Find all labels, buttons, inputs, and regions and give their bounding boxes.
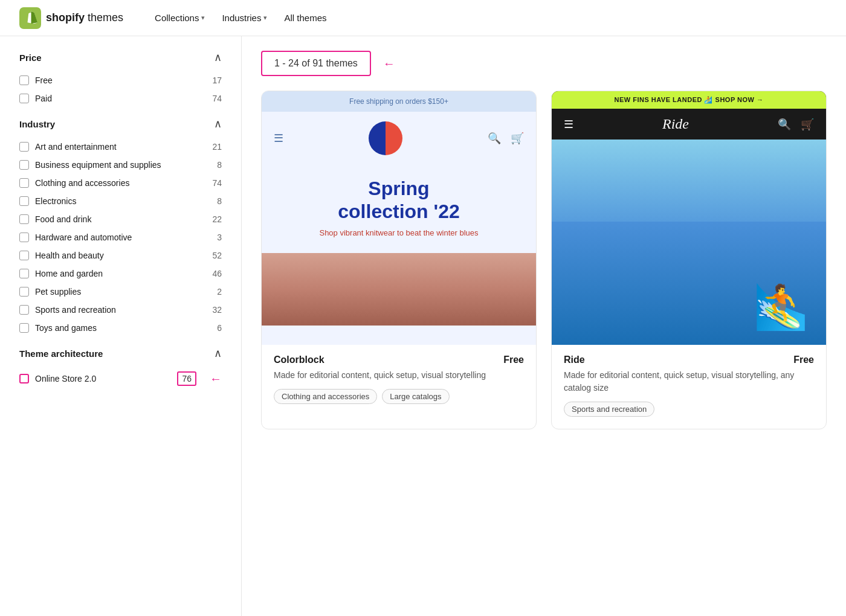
clothing-count: 74 — [212, 178, 222, 188]
hamburger-icon: ☰ — [274, 132, 283, 145]
search-icon: 🔍 — [488, 132, 501, 145]
list-item: Business equipment and supplies 8 — [19, 156, 222, 174]
pet-label: Pet supplies — [35, 287, 81, 297]
ride-cart-icon: 🛒 — [801, 118, 814, 131]
nav-collections[interactable]: Collections ▾ — [147, 8, 212, 28]
nav-all-themes[interactable]: All themes — [277, 8, 334, 28]
tag-item[interactable]: Clothing and accessories — [274, 389, 377, 404]
chevron-down-icon: ▾ — [201, 14, 205, 22]
health-checkbox[interactable] — [19, 251, 29, 260]
list-item: Home and garden 46 — [19, 265, 222, 283]
price-collapse-icon[interactable]: ∧ — [214, 51, 222, 64]
nav-industries[interactable]: Industries ▾ — [215, 8, 274, 28]
colorblock-desc: Made for editorial content, quick setup,… — [274, 369, 524, 382]
ride-search-icon: 🔍 — [778, 118, 791, 131]
industry-filter-items: Art and entertainment 21 Business equipm… — [19, 138, 222, 342]
toys-count: 6 — [217, 323, 222, 333]
colorblock-info: Colorblock Free Made for editorial conte… — [262, 345, 536, 416]
cb-hero-subtitle: Shop vibrant knitwear to beat the winter… — [319, 228, 478, 237]
architecture-filter-items: Online Store 2.0 76 ← — [19, 367, 222, 395]
business-checkbox[interactable] — [19, 160, 29, 170]
ride-hamburger-icon: ☰ — [564, 118, 573, 131]
logo-link[interactable]: shopify themes — [19, 7, 123, 29]
ride-name: Ride — [564, 355, 585, 365]
toys-checkbox[interactable] — [19, 323, 29, 333]
os2-label: Online Store 2.0 — [35, 374, 96, 383]
list-item: Health and beauty 52 — [19, 246, 222, 265]
paid-label: Paid — [35, 94, 52, 103]
cb-hero-content: Spring collection '22 Shop vibrant knitw… — [307, 165, 490, 243]
paid-count: 74 — [212, 94, 222, 103]
filter-section-architecture: Theme architecture ∧ Online Store 2.0 76… — [19, 347, 222, 395]
colorblock-name: Colorblock — [274, 355, 325, 365]
industry-collapse-icon[interactable]: ∧ — [214, 117, 222, 130]
ride-logo-text: Ride — [662, 116, 689, 132]
ride-meta: Ride Free — [564, 355, 814, 365]
food-count: 22 — [212, 214, 222, 224]
electronics-count: 8 — [217, 196, 222, 206]
surfer-image: 🏄 — [754, 281, 808, 333]
cb-menu-icon: ☰ — [274, 132, 283, 145]
list-item: Clothing and accessories 74 — [19, 174, 222, 192]
home-count: 46 — [212, 269, 222, 278]
ride-hero-image: 🏄 — [552, 140, 826, 345]
os2-checkbox[interactable] — [19, 374, 29, 383]
list-item: Hardware and automotive 3 — [19, 228, 222, 246]
cb-search-cart-icons: 🔍 🛒 — [488, 132, 524, 145]
architecture-collapse-icon[interactable]: ∧ — [214, 347, 222, 360]
list-item: Online Store 2.0 76 ← — [19, 367, 222, 390]
pet-checkbox[interactable] — [19, 287, 29, 297]
electronics-label: Electronics — [35, 196, 76, 206]
food-checkbox[interactable] — [19, 214, 29, 224]
sports-checkbox[interactable] — [19, 305, 29, 315]
ride-preview: NEW FINS HAVE LANDED 🏄 SHOP NOW → ☰ Ride… — [552, 91, 826, 345]
cb-banner-text: Free shipping on orders $150+ — [262, 91, 536, 112]
food-label: Food and drink — [35, 214, 91, 224]
electronics-checkbox[interactable] — [19, 196, 29, 206]
ride-banner-text: NEW FINS HAVE LANDED 🏄 SHOP NOW → — [552, 91, 826, 109]
filter-section-industry: Industry ∧ Art and entertainment 21 Busi… — [19, 117, 222, 342]
shopify-logo-icon — [19, 7, 41, 29]
ride-nav: ☰ Ride 🔍 🛒 — [552, 109, 826, 140]
cb-nav: ☰ � — [262, 112, 536, 165]
hardware-checkbox[interactable] — [19, 233, 29, 242]
os2-highlight-arrow: ← — [210, 372, 222, 386]
home-label: Home and garden — [35, 269, 103, 278]
nav-links: Collections ▾ Industries ▾ All themes — [147, 8, 334, 28]
chevron-down-icon: ▾ — [263, 14, 267, 22]
filter-architecture-title: Theme architecture — [19, 348, 103, 359]
ride-tags: Sports and recreation — [564, 402, 814, 417]
home-checkbox[interactable] — [19, 269, 29, 278]
theme-card-colorblock[interactable]: Free shipping on orders $150+ ☰ — [261, 91, 537, 429]
filter-industry-title: Industry — [19, 119, 55, 129]
theme-card-ride[interactable]: NEW FINS HAVE LANDED 🏄 SHOP NOW → ☰ Ride… — [551, 91, 827, 429]
price-filter-items: Free 17 Paid 74 — [19, 71, 222, 112]
business-label: Business equipment and supplies — [35, 160, 161, 170]
free-checkbox[interactable] — [19, 75, 29, 85]
paid-checkbox[interactable] — [19, 94, 29, 103]
results-count: 1 - 24 of 91 themes — [261, 51, 371, 76]
tag-item[interactable]: Large catalogs — [382, 389, 449, 404]
health-label: Health and beauty — [35, 251, 104, 260]
ride-desc: Made for editorial content, quick setup,… — [564, 369, 814, 394]
list-item: Sports and recreation 32 — [19, 301, 222, 319]
ride-nav-icons: 🔍 🛒 — [778, 118, 814, 131]
list-item: Art and entertainment 21 — [19, 138, 222, 156]
main-content: 1 - 24 of 91 themes ← Free shipping on o… — [242, 36, 846, 616]
navigation: shopify themes Collections ▾ Industries … — [0, 0, 846, 36]
toys-label: Toys and games — [35, 323, 97, 333]
art-checkbox[interactable] — [19, 142, 29, 152]
themes-grid: Free shipping on orders $150+ ☰ — [261, 91, 827, 429]
list-item: Electronics 8 — [19, 192, 222, 210]
tag-item[interactable]: Sports and recreation — [564, 402, 654, 417]
colorblock-tags: Clothing and accessories Large catalogs — [274, 389, 524, 404]
art-count: 21 — [212, 142, 222, 152]
os2-count: 76 — [177, 371, 196, 386]
clothing-checkbox[interactable] — [19, 178, 29, 188]
logo-text: shopify themes — [46, 11, 123, 24]
business-count: 8 — [217, 160, 222, 170]
list-item: Pet supplies 2 — [19, 283, 222, 301]
filter-section-price: Price ∧ Free 17 Paid 74 — [19, 51, 222, 112]
art-label: Art and entertainment — [35, 142, 117, 152]
sidebar: Price ∧ Free 17 Paid 74 — [0, 36, 242, 616]
